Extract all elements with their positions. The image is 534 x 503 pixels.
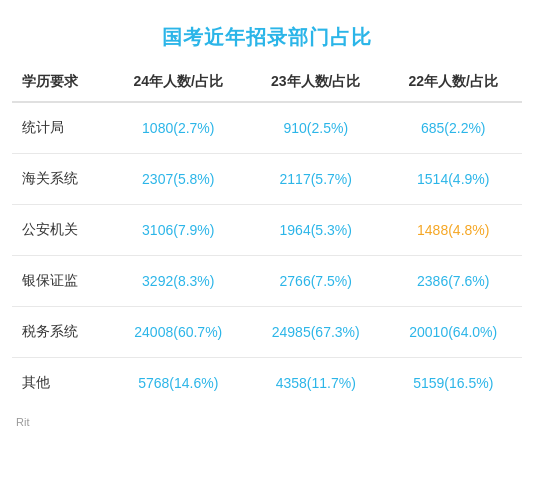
cell-dept: 公安机关 — [12, 205, 110, 256]
cell-y22: 5159(16.5%) — [384, 358, 522, 409]
table-row: 银保证监3292(8.3%)2766(7.5%)2386(7.6%) — [12, 256, 522, 307]
cell-y24: 5768(14.6%) — [110, 358, 247, 409]
cell-y22: 20010(64.0%) — [384, 307, 522, 358]
cell-y24: 24008(60.7%) — [110, 307, 247, 358]
cell-y24: 3106(7.9%) — [110, 205, 247, 256]
cell-y22: 2386(7.6%) — [384, 256, 522, 307]
table-row: 海关系统2307(5.8%)2117(5.7%)1514(4.9%) — [12, 154, 522, 205]
table-row: 公安机关3106(7.9%)1964(5.3%)1488(4.8%) — [12, 205, 522, 256]
cell-y23: 4358(11.7%) — [247, 358, 384, 409]
cell-y23: 910(2.5%) — [247, 102, 384, 154]
cell-y24: 3292(8.3%) — [110, 256, 247, 307]
header-y24: 24年人数/占比 — [110, 63, 247, 102]
header-y22: 22年人数/占比 — [384, 63, 522, 102]
table-row: 税务系统24008(60.7%)24985(67.3%)20010(64.0%) — [12, 307, 522, 358]
cell-y24: 1080(2.7%) — [110, 102, 247, 154]
table-row: 其他5768(14.6%)4358(11.7%)5159(16.5%) — [12, 358, 522, 409]
header-y23: 23年人数/占比 — [247, 63, 384, 102]
header-dept: 学历要求 — [12, 63, 110, 102]
cell-y22: 685(2.2%) — [384, 102, 522, 154]
table-row: 统计局1080(2.7%)910(2.5%)685(2.2%) — [12, 102, 522, 154]
cell-y23: 2117(5.7%) — [247, 154, 384, 205]
cell-y23: 1964(5.3%) — [247, 205, 384, 256]
cell-y24: 2307(5.8%) — [110, 154, 247, 205]
main-container: 国考近年招录部门占比 学历要求 24年人数/占比 23年人数/占比 22年人数/… — [12, 10, 522, 432]
cell-dept: 银保证监 — [12, 256, 110, 307]
cell-dept: 其他 — [12, 358, 110, 409]
cell-dept: 统计局 — [12, 102, 110, 154]
cell-y22: 1488(4.8%) — [384, 205, 522, 256]
page-title: 国考近年招录部门占比 — [12, 10, 522, 63]
cell-y23: 24985(67.3%) — [247, 307, 384, 358]
cell-y23: 2766(7.5%) — [247, 256, 384, 307]
cell-dept: 税务系统 — [12, 307, 110, 358]
cell-dept: 海关系统 — [12, 154, 110, 205]
cell-y22: 1514(4.9%) — [384, 154, 522, 205]
footer-text: Rit — [12, 408, 522, 432]
table-header-row: 学历要求 24年人数/占比 23年人数/占比 22年人数/占比 — [12, 63, 522, 102]
data-table: 学历要求 24年人数/占比 23年人数/占比 22年人数/占比 统计局1080(… — [12, 63, 522, 408]
